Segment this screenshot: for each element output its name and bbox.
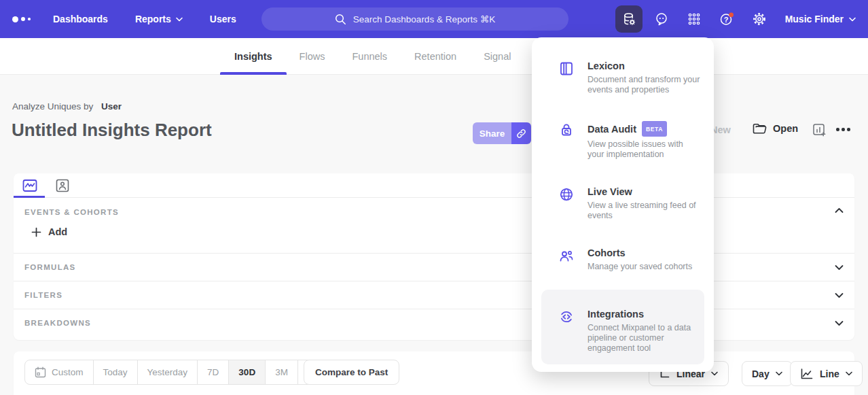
account-menu[interactable]: Music Finder — [785, 14, 856, 24]
nav-links: Dashboards Reports Users — [53, 14, 236, 24]
nav-reports[interactable]: Reports — [135, 14, 183, 24]
range-3m[interactable]: 3M — [266, 360, 298, 384]
svg-text:?: ? — [723, 16, 728, 24]
audit-lock-icon — [558, 122, 575, 138]
breakdowns-section[interactable]: BREAKDOWNS — [14, 309, 854, 337]
menu-item-title: Integrations — [587, 308, 702, 320]
line-chart-icon — [800, 368, 814, 380]
more-dots-icon — [836, 128, 839, 131]
more-options-button[interactable] — [836, 128, 850, 131]
report-tab-bar: Insights Flows Funnels Retention Signal … — [0, 38, 868, 75]
page-title[interactable]: Untitled Insights Report — [12, 120, 212, 141]
profiles-view-tab[interactable] — [54, 178, 71, 193]
calendar-icon — [35, 366, 46, 378]
breadcrumb-value-user[interactable]: User — [101, 101, 122, 111]
range-custom[interactable]: Custom — [25, 360, 94, 384]
help-icon: ? — [719, 11, 735, 27]
events-cohorts-label: EVENTS & COHORTS — [24, 208, 119, 216]
chart-type-selector-button[interactable]: Line — [790, 361, 863, 386]
copy-link-button[interactable] — [511, 122, 531, 144]
add-to-dashboard-button[interactable] — [812, 123, 827, 137]
apps-grid-icon — [687, 12, 702, 27]
globe-icon — [558, 186, 575, 203]
add-event-button[interactable]: Add — [31, 226, 67, 237]
feedback-icon — [654, 12, 669, 27]
query-builder-card: EVENTS & COHORTS Add FORMULAS FILTERS BR… — [14, 173, 854, 340]
settings-icon — [752, 12, 767, 27]
expand-filters-button[interactable] — [835, 292, 844, 298]
nav-right-icons: ? Music Finder — [615, 0, 856, 38]
chevron-down-icon — [835, 264, 844, 271]
lexicon-book-icon — [558, 61, 575, 77]
range-today[interactable]: Today — [94, 360, 138, 384]
chevron-down-icon — [711, 371, 718, 376]
tab-signal[interactable]: Signal — [484, 38, 511, 75]
tab-insights[interactable]: Insights — [234, 38, 272, 75]
view-switcher — [14, 173, 854, 198]
settings-button[interactable] — [746, 5, 773, 33]
formulas-section[interactable]: FORMULAS — [14, 253, 854, 281]
breakdowns-label: BREAKDOWNS — [24, 319, 91, 327]
expand-formulas-button[interactable] — [835, 264, 844, 271]
add-chart-icon — [812, 123, 827, 137]
nav-users[interactable]: Users — [210, 14, 236, 24]
menu-item-lexicon[interactable]: Lexicon Document and transform your even… — [558, 60, 702, 95]
tab-flows[interactable]: Flows — [300, 38, 325, 75]
help-button[interactable]: ? — [713, 5, 740, 33]
share-button[interactable]: Share — [473, 122, 511, 144]
share-button-group: Share — [473, 122, 531, 144]
menu-item-cohorts[interactable]: Cohorts Manage your saved cohorts — [558, 247, 702, 272]
menu-item-description: Connect Mixpanel to a data pipeline or c… — [587, 323, 702, 354]
data-management-button[interactable] — [615, 5, 643, 33]
integrations-sync-icon — [558, 309, 575, 325]
menu-item-description: View a live streaming feed of events — [587, 201, 702, 221]
formulas-label: FORMULAS — [24, 263, 76, 271]
menu-item-live-view[interactable]: Live View View a live streaming feed of … — [558, 186, 702, 221]
mixpanel-logo[interactable] — [12, 0, 31, 38]
cohorts-people-icon — [558, 247, 575, 264]
compare-to-past-button[interactable]: Compare to Past — [304, 360, 399, 385]
apps-grid-button[interactable] — [681, 5, 708, 33]
chart-toolbar-card: Custom Today Yesterday 7D 30D 3M 6M 12M … — [14, 351, 854, 395]
menu-item-data-audit[interactable]: Data Audit BETA View possible issues wit… — [558, 121, 702, 160]
plus-icon — [31, 227, 41, 237]
chevron-down-icon — [176, 17, 183, 22]
range-7d[interactable]: 7D — [198, 360, 229, 384]
breadcrumb-prefix: Analyze Uniques by — [12, 101, 93, 111]
events-cohorts-section: EVENTS & COHORTS Add — [14, 198, 854, 253]
range-yesterday[interactable]: Yesterday — [138, 360, 198, 384]
chevron-down-icon — [835, 292, 844, 298]
beta-badge: BETA — [642, 121, 667, 137]
chevron-down-icon — [849, 17, 856, 22]
menu-item-title: Data Audit BETA — [587, 121, 702, 137]
chart-view-icon — [22, 179, 37, 192]
tab-funnels[interactable]: Funnels — [352, 38, 387, 75]
search-icon — [335, 14, 346, 25]
filters-section[interactable]: FILTERS — [14, 281, 854, 309]
filters-label: FILTERS — [24, 291, 62, 299]
profiles-view-icon — [56, 179, 69, 192]
tab-retention[interactable]: Retention — [414, 38, 456, 75]
chevron-down-icon — [846, 371, 852, 376]
search-input[interactable]: Search Dashboards & Reports ⌘K — [261, 7, 568, 31]
interval-selector-button[interactable]: Day — [742, 361, 793, 386]
chevron-down-icon — [776, 371, 782, 376]
breadcrumb: Analyze Uniques by User — [12, 101, 122, 111]
collapse-events-button[interactable] — [835, 207, 844, 213]
menu-item-title: Lexicon — [587, 60, 702, 72]
data-management-menu: Lexicon Document and transform your even… — [532, 37, 714, 372]
chevron-up-icon — [835, 207, 844, 213]
open-label: Open — [773, 123, 798, 134]
expand-breakdowns-button[interactable] — [835, 320, 844, 326]
menu-item-integrations[interactable]: Integrations Connect Mixpanel to a data … — [558, 308, 702, 354]
chart-view-tab[interactable] — [22, 178, 38, 193]
feedback-button[interactable] — [648, 5, 675, 33]
link-icon — [516, 128, 527, 139]
menu-item-description: Document and transform your events and p… — [587, 75, 702, 95]
range-30d[interactable]: 30D — [229, 360, 266, 384]
data-management-icon — [621, 12, 636, 27]
menu-item-description: View possible issues with your implement… — [587, 139, 702, 160]
nav-dashboards[interactable]: Dashboards — [53, 14, 108, 24]
open-report-button[interactable]: Open — [752, 122, 798, 135]
menu-item-description: Manage your saved cohorts — [587, 262, 692, 272]
